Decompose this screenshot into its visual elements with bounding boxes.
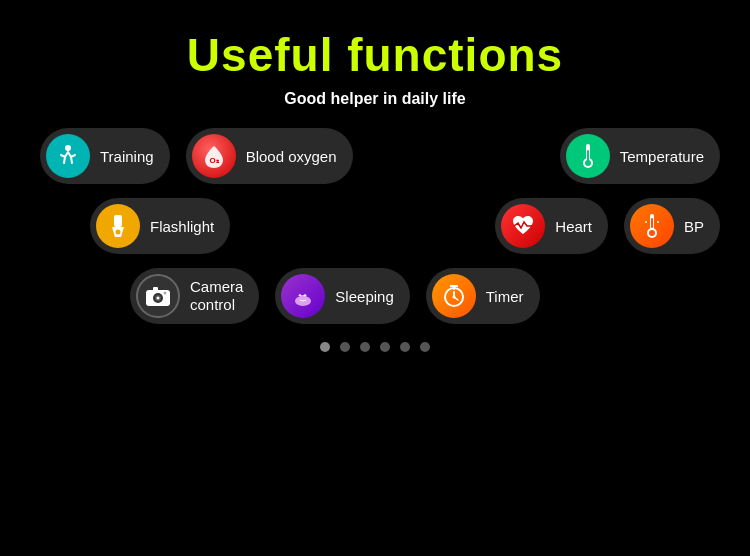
svg-point-0 <box>65 145 71 151</box>
pagination-dots <box>320 342 430 352</box>
flashlight-pill[interactable]: Flashlight <box>90 198 230 254</box>
camera-icon <box>136 274 180 318</box>
sleeping-pill[interactable]: Sleeping <box>275 268 409 324</box>
heart-pill[interactable]: Heart <box>495 198 608 254</box>
svg-point-8 <box>116 230 121 235</box>
sleeping-label: Sleeping <box>335 288 393 305</box>
bp-pill[interactable]: BP <box>624 198 720 254</box>
training-label: Training <box>100 148 154 165</box>
temperature-pill[interactable]: Temperature <box>560 128 720 184</box>
functions-area: Training O₂ Blood oxygen <box>0 128 750 324</box>
heart-icon <box>501 204 545 248</box>
svg-point-5 <box>585 160 591 166</box>
svg-text:O₂: O₂ <box>209 156 219 165</box>
dot-2[interactable] <box>340 342 350 352</box>
dot-5[interactable] <box>400 342 410 352</box>
blood-oxygen-icon: O₂ <box>192 134 236 178</box>
temperature-label: Temperature <box>620 148 704 165</box>
temperature-icon <box>566 134 610 178</box>
dot-4[interactable] <box>380 342 390 352</box>
page-title: Useful functions <box>187 28 563 82</box>
sleeping-icon <box>281 274 325 318</box>
timer-icon <box>432 274 476 318</box>
function-row-3: Cameracontrol Sleeping <box>30 268 720 324</box>
training-icon <box>46 134 90 178</box>
function-row-2: Flashlight Heart <box>30 198 720 254</box>
blood-oxygen-label: Blood oxygen <box>246 148 337 165</box>
svg-rect-11 <box>651 218 653 228</box>
bp-label: BP <box>684 218 704 235</box>
svg-rect-19 <box>153 287 158 291</box>
timer-pill[interactable]: Timer <box>426 268 540 324</box>
flashlight-icon <box>96 204 140 248</box>
timer-label: Timer <box>486 288 524 305</box>
bp-icon <box>630 204 674 248</box>
page-subtitle: Good helper in daily life <box>284 90 465 108</box>
training-pill[interactable]: Training <box>40 128 170 184</box>
dot-3[interactable] <box>360 342 370 352</box>
blood-oxygen-pill[interactable]: O₂ Blood oxygen <box>186 128 353 184</box>
svg-point-29 <box>452 296 455 299</box>
svg-point-18 <box>157 297 160 300</box>
svg-point-12 <box>649 230 655 236</box>
dot-1[interactable] <box>320 342 330 352</box>
svg-rect-6 <box>114 215 122 227</box>
flashlight-label: Flashlight <box>150 218 214 235</box>
camera-control-pill[interactable]: Cameracontrol <box>130 268 259 324</box>
svg-point-20 <box>164 292 167 295</box>
dot-6[interactable] <box>420 342 430 352</box>
function-row-1: Training O₂ Blood oxygen <box>30 128 720 184</box>
camera-control-label: Cameracontrol <box>190 278 243 314</box>
heart-label: Heart <box>555 218 592 235</box>
